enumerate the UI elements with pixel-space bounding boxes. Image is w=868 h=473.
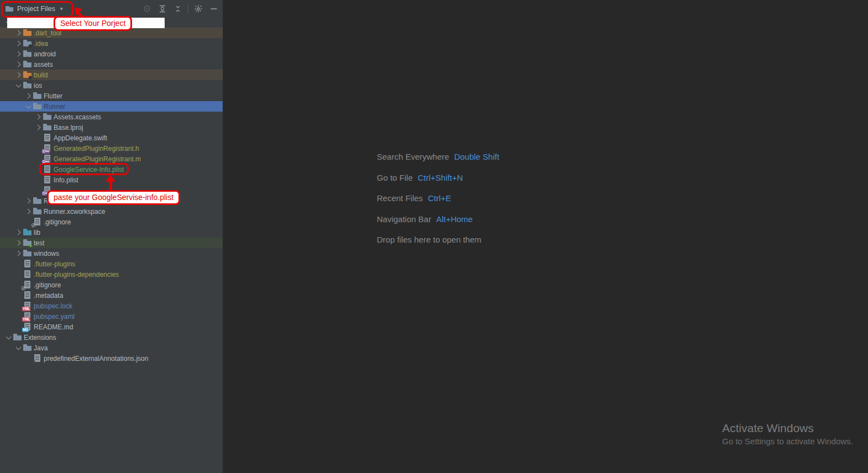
tree-row-readme-md[interactable]: MDREADME.md bbox=[0, 322, 223, 332]
tree-row-pubspec-lock[interactable]: YMLpubspec.lock bbox=[0, 301, 223, 311]
tree-row-label: Extensions bbox=[24, 334, 56, 341]
chevron-right-icon bbox=[15, 51, 20, 57]
folder-icon bbox=[33, 207, 41, 216]
tree-row-java[interactable]: Java bbox=[0, 343, 223, 353]
chevron-right-icon bbox=[35, 125, 40, 130]
tree-row-label: .gitignore bbox=[44, 218, 71, 226]
chevron-down-icon[interactable] bbox=[13, 347, 23, 349]
tree-row-generatedpluginregistrant-m[interactable]: C++GeneratedPluginRegistrant.m bbox=[0, 154, 223, 164]
hide-panel-icon[interactable] bbox=[208, 3, 219, 14]
file-yml-icon: YML bbox=[23, 312, 31, 320]
shortcut-label: Recent Files bbox=[377, 193, 423, 203]
file-cpp-icon: C++ bbox=[43, 155, 51, 163]
folder-icon bbox=[33, 197, 41, 205]
chevron-right-icon[interactable] bbox=[13, 73, 23, 77]
tree-row-windows[interactable]: windows bbox=[0, 248, 223, 259]
drop-files-hint: Drop files here to open them bbox=[377, 229, 499, 250]
tree-row-predefinedexternalannotations-json[interactable]: ⚙predefinedExternalAnnotations.json bbox=[0, 353, 223, 364]
chevron-right-icon[interactable] bbox=[13, 230, 23, 234]
file-icon bbox=[23, 260, 31, 268]
chevron-right-icon[interactable] bbox=[13, 31, 23, 35]
tree-row--gitignore[interactable]: ⊘.gitignore bbox=[0, 280, 223, 290]
tree-row-assets[interactable]: assets bbox=[0, 59, 223, 70]
tree-row-assets-xcassets[interactable]: Assets.xcassets bbox=[0, 112, 223, 122]
tree-row-runner[interactable]: Runner bbox=[0, 101, 223, 112]
folder-gear-icon: ✱ bbox=[23, 39, 31, 48]
tree-row-pubspec-yaml[interactable]: YMLpubspec.yaml bbox=[0, 311, 223, 322]
file-git-icon: ⊘ bbox=[23, 281, 31, 289]
collapse-all-icon[interactable] bbox=[172, 3, 183, 14]
chevron-down-icon[interactable] bbox=[23, 106, 33, 108]
tree-row-googleservice-info-plist[interactable]: GoogleService-Info.plist bbox=[0, 164, 223, 175]
chevron-down-icon[interactable] bbox=[3, 337, 13, 339]
expand-all-icon[interactable] bbox=[157, 3, 168, 14]
settings-gear-icon[interactable] bbox=[193, 3, 204, 14]
tree-row--gitignore[interactable]: ⊘.gitignore bbox=[0, 217, 223, 227]
file-type-badge: C++ bbox=[42, 149, 50, 154]
gear-badge-icon: ✱ bbox=[28, 75, 33, 81]
tree-row-build[interactable]: ✱build bbox=[0, 70, 223, 80]
tree-row-label: ios bbox=[34, 82, 42, 90]
tree-row-base-lproj[interactable]: Base.lproj bbox=[0, 122, 223, 133]
file-icon bbox=[23, 270, 31, 278]
chevron-right-icon[interactable] bbox=[23, 94, 33, 98]
annotation-paste-plist-tooltip: paste your GoogleServise-info.plist bbox=[47, 190, 180, 205]
tree-row--metadata[interactable]: .metadata bbox=[0, 290, 223, 301]
tree-row-extensions[interactable]: Extensions bbox=[0, 332, 223, 343]
folder-icon bbox=[23, 344, 31, 352]
ide-window: Project Files ▾ .dart_tool✱.ideaandroida… bbox=[0, 0, 868, 473]
tree-row-label: assets bbox=[34, 61, 53, 69]
chevron-right-icon[interactable] bbox=[13, 62, 23, 66]
chevron-right-icon[interactable] bbox=[33, 125, 43, 129]
chevron-down-icon bbox=[25, 103, 31, 108]
chevron-right-icon[interactable] bbox=[33, 115, 43, 119]
chevron-right-icon[interactable] bbox=[13, 251, 23, 255]
tree-row-lib[interactable]: lib bbox=[0, 227, 223, 238]
toolbar-divider bbox=[188, 4, 188, 13]
shortcut-label: Drop files here to open them bbox=[377, 235, 481, 244]
shortcut-keys: Alt+Home bbox=[436, 214, 472, 224]
tree-row-android[interactable]: android bbox=[0, 49, 223, 59]
tree-row-label: .flutter-plugins-dependencies bbox=[34, 271, 119, 278]
shortcut-row: Recent FilesCtrl+E bbox=[377, 188, 499, 209]
shortcut-label: Navigation Bar bbox=[377, 214, 431, 224]
tree-row-label: .flutter-plugins bbox=[34, 260, 75, 268]
tree-row-runner-xcworkspace[interactable]: Runner.xcworkspace bbox=[0, 206, 223, 217]
tree-row--flutter-plugins-dependencies[interactable]: .flutter-plugins-dependencies bbox=[0, 269, 223, 280]
tree-row-appdelegate-swift[interactable]: AppDelegate.swift bbox=[0, 133, 223, 143]
tree-row--flutter-plugins[interactable]: .flutter-plugins bbox=[0, 259, 223, 269]
tree-row-label: README.md bbox=[34, 323, 73, 331]
chevron-right-icon bbox=[25, 198, 30, 204]
tree-row-flutter[interactable]: Flutter bbox=[0, 91, 223, 101]
chevron-right-icon[interactable] bbox=[13, 52, 23, 56]
chevron-right-icon[interactable] bbox=[23, 199, 33, 203]
shortcut-keys: Double Shift bbox=[454, 152, 499, 161]
chevron-right-icon[interactable] bbox=[23, 209, 33, 213]
file-cpp-icon: C++ bbox=[43, 144, 51, 153]
project-panel-header: Project Files ▾ bbox=[0, 0, 223, 17]
folder-orange-icon bbox=[23, 29, 31, 37]
tree-row-label: windows bbox=[34, 250, 59, 257]
shortcut-keys: Ctrl+E bbox=[428, 193, 451, 203]
tree-row-generatedpluginregistrant-h[interactable]: C++GeneratedPluginRegistrant.h bbox=[0, 143, 223, 154]
chevron-right-icon bbox=[15, 62, 20, 67]
tree-row-test[interactable]: test bbox=[0, 238, 223, 248]
gear-badge-icon: ⚙ bbox=[31, 359, 36, 365]
chevron-down-icon[interactable] bbox=[13, 85, 23, 87]
folder-orange-gear-icon: ✱ bbox=[23, 71, 31, 79]
tree-row--idea[interactable]: ✱.idea bbox=[0, 38, 223, 49]
chevron-right-icon[interactable] bbox=[13, 241, 23, 245]
tree-row-label: GeneratedPluginRegistrant.h bbox=[54, 145, 139, 153]
locate-icon[interactable] bbox=[141, 3, 152, 14]
project-tool-window: Project Files ▾ .dart_tool✱.ideaandroida… bbox=[0, 0, 223, 473]
shortcut-row: Go to FileCtrl+Shift+N bbox=[377, 167, 499, 188]
chevron-right-icon[interactable] bbox=[13, 41, 23, 45]
project-view-selector[interactable]: Project Files ▾ bbox=[6, 5, 63, 13]
tree-row-ios[interactable]: ios bbox=[0, 80, 223, 91]
tree-row-label: predefinedExternalAnnotations.json bbox=[44, 355, 148, 362]
tree-row-label: pubspec.lock bbox=[34, 302, 72, 310]
file-yml-icon: YML bbox=[23, 302, 31, 310]
tree-row-label: .gitignore bbox=[34, 281, 61, 289]
shortcut-label: Go to File bbox=[377, 173, 413, 182]
tree-row-label: GeneratedPluginRegistrant.m bbox=[54, 155, 141, 163]
